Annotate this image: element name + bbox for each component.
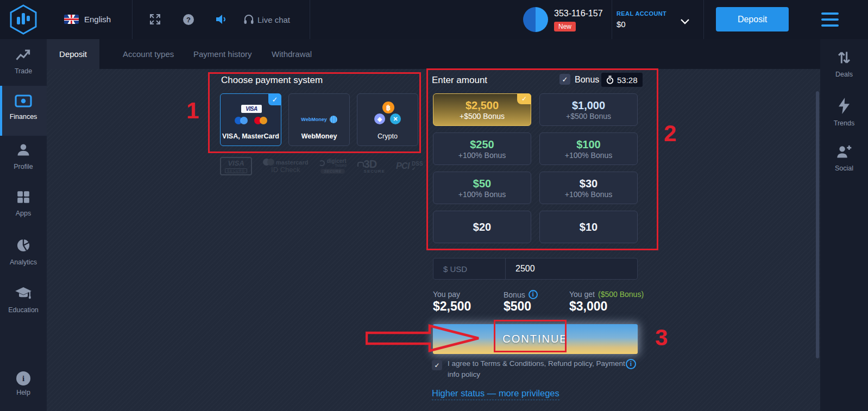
- pci-dss-badge: PCI DSS ✔: [396, 161, 423, 172]
- payment-method-label: WebMoney: [289, 132, 349, 140]
- lock-icon: [357, 162, 364, 167]
- right-sidebar: Deals Trends Social: [820, 39, 868, 411]
- finance-tabs: Deposit Account types Payment history Wi…: [47, 39, 820, 69]
- trade-icon: [15, 48, 32, 62]
- payment-section-title: Choose payment system: [221, 75, 323, 86]
- you-get-bonus-note: ($500 Bonus): [598, 290, 644, 299]
- amount-option-2500[interactable]: ✓ $2,500 +$500 Bonus: [433, 93, 531, 126]
- help-icon[interactable]: ?: [183, 14, 194, 25]
- amount-option-30[interactable]: $30 +100% Bonus: [539, 172, 638, 204]
- payment-method-visa-mastercard[interactable]: ✓ VISA VISA, MasterCard: [220, 93, 281, 146]
- uk-flag-icon: [64, 15, 79, 24]
- deposit-page: English ? Live chat 353-116-157 New R: [0, 0, 868, 411]
- sidebar-item-education[interactable]: Education: [0, 286, 47, 324]
- you-pay-value: $2,500: [433, 299, 471, 314]
- chevron-down-icon[interactable]: [681, 17, 689, 27]
- analytics-icon: [16, 238, 31, 253]
- agree-checkbox[interactable]: ✓: [432, 360, 442, 370]
- payment-method-crypto[interactable]: ฿ ◆ ✕ Crypto: [357, 93, 418, 146]
- apps-icon: [16, 190, 30, 204]
- mastercard-circle-icon: [267, 159, 274, 166]
- sidebar-item-trade[interactable]: Trade: [0, 48, 47, 86]
- account-id: 353-116-157: [554, 9, 603, 18]
- security-badges: VISA SECURE mastercard ID Check digicert…: [220, 156, 420, 176]
- amount-option-50[interactable]: $50 +100% Bonus: [433, 172, 531, 204]
- header-divider: [310, 0, 310, 39]
- sidebar-item-profile[interactable]: Profile: [0, 142, 47, 180]
- bonus-label: Bonus: [504, 290, 525, 299]
- header-divider: [132, 0, 133, 39]
- tab-account-types[interactable]: Account types: [111, 39, 186, 69]
- sidebar-item-analytics[interactable]: Analytics: [0, 238, 47, 276]
- agree-text[interactable]: I agree to Terms & Conditions, Refund po…: [448, 358, 628, 380]
- live-chat-button[interactable]: Live chat: [257, 15, 290, 24]
- check-icon: ✔: [412, 167, 423, 172]
- account-balance: $0: [617, 20, 626, 29]
- bonus-checkbox[interactable]: ✓: [559, 74, 570, 85]
- check-icon: ✓: [268, 93, 281, 105]
- account-type-label[interactable]: REAL ACCOUNT: [617, 10, 666, 17]
- amount-option-20[interactable]: $20: [433, 211, 531, 243]
- amount-option-100[interactable]: $100 +100% Bonus: [539, 132, 638, 165]
- ethereum-icon: ◆: [374, 113, 385, 124]
- platform-logo-icon[interactable]: [8, 4, 39, 37]
- visa-secure-badge: VISA SECURE: [220, 157, 252, 175]
- bonus-value: $500: [504, 299, 531, 314]
- headset-icon: [243, 14, 254, 27]
- tab-payment-history[interactable]: Payment history: [181, 39, 264, 69]
- vertical-scrollbar[interactable]: [816, 91, 819, 358]
- digicert-badge: digicert Trusted SECURE: [319, 159, 346, 174]
- mastercard-circle-icon: [260, 117, 267, 124]
- bonus-checkbox-label: Bonus: [575, 75, 599, 85]
- amount-option-10[interactable]: $10: [539, 211, 638, 243]
- stopwatch-icon: [606, 75, 614, 84]
- agree-info-icon[interactable]: i: [626, 359, 636, 369]
- finances-icon: [15, 94, 32, 108]
- visa-logo: VISA: [241, 105, 262, 113]
- bitcoin-icon: ฿: [382, 102, 394, 113]
- digicert-swirl-icon: [319, 160, 325, 166]
- sidebar-item-finances[interactable]: Finances: [0, 86, 47, 136]
- continue-button[interactable]: CONTINUE: [433, 324, 638, 354]
- bonus-timer: 53:28: [601, 73, 643, 87]
- sidebar-item-apps[interactable]: Apps: [0, 190, 47, 228]
- tab-withdrawal[interactable]: Withdrawal: [260, 39, 324, 69]
- tab-deposit[interactable]: Deposit: [47, 39, 99, 69]
- deals-icon: [836, 50, 852, 65]
- bonus-info-icon[interactable]: i: [529, 290, 538, 299]
- amount-section-title: Enter amount: [432, 75, 487, 86]
- sidebar-item-help[interactable]: i Help: [0, 371, 47, 409]
- avatar[interactable]: [523, 7, 548, 32]
- header-divider: [703, 0, 704, 39]
- menu-icon[interactable]: [821, 12, 839, 27]
- sidebar-item-trends[interactable]: Trends: [820, 98, 868, 136]
- you-pay-label: You pay: [433, 290, 460, 299]
- left-sidebar: Trade Finances Profile Apps Analytics Ed…: [0, 39, 47, 411]
- maestro-circle-icon: [240, 117, 248, 124]
- mastercard-idcheck-badge: mastercard ID Check: [263, 159, 308, 174]
- higher-status-link[interactable]: Higher status — more privileges: [432, 388, 559, 400]
- info-icon: i: [16, 371, 30, 385]
- new-status-badge: New: [554, 22, 576, 31]
- deposit-button[interactable]: Deposit: [716, 7, 789, 31]
- 3d-secure-badge: 3D SECURE: [357, 159, 385, 174]
- header-divider: [612, 0, 612, 39]
- sidebar-item-social[interactable]: Social: [820, 144, 868, 182]
- sound-icon[interactable]: [215, 14, 227, 27]
- trends-icon: [838, 98, 851, 114]
- you-get-label: You get: [569, 290, 595, 299]
- webmoney-globe-icon: [330, 116, 337, 123]
- sidebar-item-deals[interactable]: Deals: [820, 50, 868, 88]
- you-get-value: $3,000: [569, 299, 607, 314]
- amount-option-1000[interactable]: $1,000 +$500 Bonus: [539, 93, 638, 126]
- language-selector[interactable]: English: [84, 15, 111, 24]
- payment-method-label: VISA, MasterCard: [221, 132, 281, 140]
- profile-icon: [16, 142, 31, 157]
- fullscreen-icon[interactable]: [150, 14, 160, 27]
- bonus-summary: Bonus i: [504, 290, 538, 299]
- amount-option-250[interactable]: $250 +100% Bonus: [433, 132, 531, 165]
- amount-input[interactable]: [506, 258, 637, 279]
- top-header: English ? Live chat 353-116-157 New R: [0, 0, 868, 39]
- amount-options-grid: ✓ $2,500 +$500 Bonus $1,000 +$500 Bonus …: [433, 93, 638, 243]
- payment-method-webmoney[interactable]: WebMoney WebMoney: [288, 93, 350, 146]
